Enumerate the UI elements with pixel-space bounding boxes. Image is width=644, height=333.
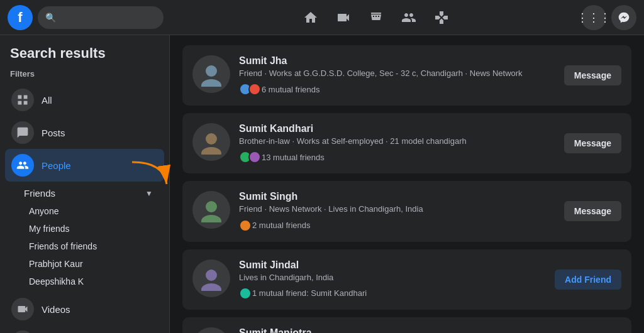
mutual-avatars-3 bbox=[239, 219, 248, 232]
friends-dropdown-label: Friends bbox=[24, 188, 55, 199]
people-icon bbox=[11, 154, 34, 177]
svg-point-6 bbox=[201, 79, 221, 87]
card-action-1: Message bbox=[564, 65, 621, 85]
video-nav-icon[interactable] bbox=[328, 4, 358, 31]
svg-point-9 bbox=[206, 201, 217, 212]
mutual-avatar-d bbox=[248, 151, 261, 163]
card-action-2: Message bbox=[564, 133, 621, 153]
search-results-content: Sumit Jha Friend · Works at G.G.D.S.D. C… bbox=[170, 35, 644, 333]
result-name-5: Sumit Manjotra bbox=[239, 327, 546, 333]
svg-point-11 bbox=[206, 270, 217, 281]
card-action-3: Message bbox=[564, 201, 621, 221]
marketplace-icon bbox=[11, 330, 34, 333]
sidebar-item-people[interactable]: People bbox=[5, 149, 164, 182]
messenger-icon-button[interactable] bbox=[611, 5, 636, 30]
grid-icon-button[interactable]: ⋮⋮⋮ bbox=[581, 5, 606, 30]
mutual-count-1: 6 mutual friends bbox=[262, 85, 320, 94]
store-nav-icon[interactable] bbox=[361, 4, 391, 31]
mutual-avatar-e bbox=[239, 219, 252, 232]
mutual-avatars-1 bbox=[239, 83, 258, 96]
people-nav-icon[interactable] bbox=[394, 4, 424, 31]
dropdown-option-my-friends[interactable]: My friends bbox=[23, 220, 159, 237]
main-layout: Search results Filters All Posts People bbox=[0, 35, 644, 333]
sidebar-item-all[interactable]: All bbox=[5, 84, 164, 116]
all-icon bbox=[11, 89, 34, 111]
card-info-3: Sumit Singh Friend · News Network · Live… bbox=[239, 191, 555, 231]
posts-icon bbox=[11, 121, 34, 144]
videos-icon bbox=[11, 298, 34, 320]
result-card-4: Sumit Jindal Lives in Chandigarh, India … bbox=[182, 249, 631, 310]
dropdown-option-prabhjot[interactable]: Prabhjot Kaur bbox=[23, 255, 159, 273]
message-button-3[interactable]: Message bbox=[564, 201, 621, 221]
search-icon: 🔍 bbox=[45, 13, 56, 23]
sidebar-item-videos[interactable]: Videos bbox=[5, 293, 164, 325]
svg-rect-2 bbox=[18, 101, 22, 105]
mutual-avatars-2 bbox=[239, 151, 258, 163]
card-info-4: Sumit Jindal Lives in Chandigarh, India … bbox=[239, 259, 546, 300]
search-input[interactable]: sumit bbox=[61, 12, 156, 23]
mutual-count-2: 13 mutual friends bbox=[262, 153, 325, 162]
svg-rect-1 bbox=[24, 96, 28, 99]
mutual-count-4: 1 mutual friend: Sumit Kandhari bbox=[252, 288, 367, 298]
dropdown-option-friends-of-friends[interactable]: Friends of friends bbox=[23, 237, 159, 255]
svg-rect-0 bbox=[18, 96, 22, 99]
mutual-friends-1: 6 mutual friends bbox=[239, 83, 555, 96]
result-name-2: Sumit Kandhari bbox=[239, 123, 555, 134]
avatar-sumit-jha bbox=[192, 55, 230, 93]
sidebar-item-posts[interactable]: Posts bbox=[5, 116, 164, 149]
message-button-2[interactable]: Message bbox=[564, 133, 621, 153]
svg-point-12 bbox=[201, 283, 221, 291]
svg-rect-3 bbox=[24, 101, 28, 105]
result-name-4: Sumit Jindal bbox=[239, 259, 546, 271]
avatar-sumit-kandhari bbox=[192, 123, 230, 161]
dropdown-option-anyone[interactable]: Anyone bbox=[23, 202, 159, 220]
home-nav-icon[interactable] bbox=[296, 4, 326, 31]
search-bar[interactable]: 🔍 sumit bbox=[38, 6, 164, 29]
topnav-right-icons: ⋮⋮⋮ bbox=[581, 5, 636, 30]
page-title: Search results bbox=[5, 45, 164, 62]
result-card-1: Sumit Jha Friend · Works at G.G.D.S.D. C… bbox=[182, 45, 631, 106]
mutual-friends-4: 1 mutual friend: Sumit Kandhari bbox=[239, 287, 546, 300]
dropdown-option-deepshikha[interactable]: Deepshikha K bbox=[23, 273, 159, 290]
mutual-count-3: 2 mutual friends bbox=[252, 221, 311, 230]
topnav-center-icons bbox=[171, 4, 581, 31]
result-name-1: Sumit Jha bbox=[239, 55, 555, 67]
friends-dropdown-header[interactable]: Friends ▼ bbox=[18, 184, 159, 202]
result-card-5: Sumit Manjotra Works at Self Employed (B… bbox=[182, 317, 631, 333]
add-friend-button-4[interactable]: Add Friend bbox=[555, 270, 621, 290]
friends-dropdown-container: Friends ▼ Anyone My friends Friends of f… bbox=[5, 182, 164, 293]
card-info-5: Sumit Manjotra Works at Self Employed (B… bbox=[239, 327, 546, 333]
result-card-2: Sumit Kandhari Brother-in-law · Works at… bbox=[182, 113, 631, 173]
result-sub-1: Friend · Works at G.G.D.S.D. College, Se… bbox=[239, 68, 555, 79]
mutual-avatar-b bbox=[248, 83, 261, 96]
facebook-logo[interactable]: f bbox=[8, 5, 33, 30]
sidebar-item-all-label: All bbox=[42, 95, 52, 106]
mutual-friends-3: 2 mutual friends bbox=[239, 219, 555, 232]
result-card-3: Sumit Singh Friend · News Network · Live… bbox=[182, 181, 631, 241]
sidebar-item-videos-label: Videos bbox=[42, 304, 70, 315]
left-sidebar: Search results Filters All Posts People bbox=[0, 35, 170, 333]
svg-point-5 bbox=[206, 65, 217, 77]
sidebar-item-posts-label: Posts bbox=[42, 128, 65, 138]
avatar-sumit-jindal bbox=[192, 259, 230, 297]
mutual-avatar-f bbox=[239, 287, 252, 300]
sidebar-item-marketplace[interactable]: Marketplace bbox=[5, 325, 164, 333]
result-sub-2: Brother-in-law · Works at Self-employed … bbox=[239, 136, 555, 147]
svg-point-8 bbox=[201, 147, 221, 155]
friends-dropdown-options: Anyone My friends Friends of friends Pra… bbox=[18, 202, 159, 290]
filters-label: Filters bbox=[5, 67, 164, 81]
card-info-2: Sumit Kandhari Brother-in-law · Works at… bbox=[239, 123, 555, 163]
message-button-1[interactable]: Message bbox=[564, 65, 621, 85]
card-info-1: Sumit Jha Friend · Works at G.G.D.S.D. C… bbox=[239, 55, 555, 96]
result-name-3: Sumit Singh bbox=[239, 191, 555, 202]
topnav-left: f 🔍 sumit bbox=[8, 5, 171, 30]
svg-point-10 bbox=[201, 215, 221, 222]
top-navigation: f 🔍 sumit ⋮⋮⋮ bbox=[0, 0, 644, 35]
gaming-nav-icon[interactable] bbox=[426, 4, 457, 31]
avatar-sumit-singh bbox=[192, 191, 230, 229]
sidebar-item-people-label: People bbox=[42, 160, 71, 171]
result-sub-4: Lives in Chandigarh, India bbox=[239, 272, 546, 283]
mutual-friends-2: 13 mutual friends bbox=[239, 151, 555, 163]
chevron-down-icon: ▼ bbox=[145, 189, 153, 198]
svg-point-7 bbox=[206, 133, 217, 145]
